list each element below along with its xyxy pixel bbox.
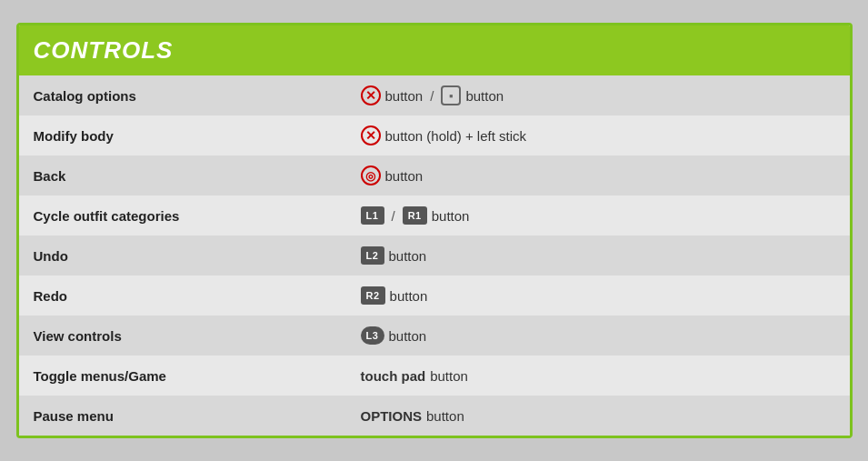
table-row: View controls L3 button xyxy=(19,316,850,356)
l3-badge: L3 xyxy=(361,326,384,345)
table-row: Cycle outfit categories L1 / R1 button xyxy=(19,195,850,236)
table-row: Back ◎ button xyxy=(19,155,850,195)
row-label: View controls xyxy=(34,328,361,344)
button-text: button xyxy=(430,368,468,384)
row-value: ◎ button xyxy=(361,165,835,185)
circle-button-icon: ◎ xyxy=(361,165,381,185)
button-text: button xyxy=(390,288,428,304)
r2-badge: R2 xyxy=(361,286,385,305)
controls-table: CONTROLS Catalog options ✕ button / ▪ bu… xyxy=(16,23,853,438)
l1-badge: L1 xyxy=(361,206,384,225)
button-text: button xyxy=(426,408,464,424)
row-value: L3 button xyxy=(361,326,835,345)
row-label: Pause menu xyxy=(34,408,361,424)
row-value: ✕ button / ▪ button xyxy=(361,85,835,105)
table-row: Pause menu OPTIONS button xyxy=(19,396,850,436)
row-label: Cycle outfit categories xyxy=(34,208,361,224)
row-value: L2 button xyxy=(361,246,835,265)
table-row: Toggle menus/Game touch pad button xyxy=(19,356,850,396)
table-row: Catalog options ✕ button / ▪ button xyxy=(19,75,850,115)
row-label: Back xyxy=(34,168,361,184)
r1-badge: R1 xyxy=(403,206,427,225)
row-value: ✕ button (hold) + left stick xyxy=(361,125,835,145)
controls-header: CONTROLS xyxy=(19,25,850,75)
x-button-icon: ✕ xyxy=(361,85,381,105)
button-text: button xyxy=(385,168,424,184)
touchpad-text: touch pad xyxy=(361,368,426,384)
table-row: Redo R2 button xyxy=(19,276,850,316)
button-text: button xyxy=(389,328,427,344)
row-value: L1 / R1 button xyxy=(361,206,835,225)
l2-badge: L2 xyxy=(361,246,384,265)
button-text: button xyxy=(385,88,424,104)
row-label: Redo xyxy=(34,288,361,304)
table-row: Undo L2 button xyxy=(19,236,850,276)
button-text: button xyxy=(432,208,470,224)
controls-title: CONTROLS xyxy=(34,36,835,65)
table-row: Modify body ✕ button (hold) + left stick xyxy=(19,115,850,155)
row-label: Catalog options xyxy=(34,88,361,104)
x-button-icon: ✕ xyxy=(361,125,381,145)
options-text: OPTIONS xyxy=(361,408,423,424)
button-text: button xyxy=(389,248,427,264)
separator: / xyxy=(430,88,434,104)
row-value: R2 button xyxy=(361,286,835,305)
row-label: Modify body xyxy=(34,128,361,144)
separator: / xyxy=(392,208,395,224)
row-value: OPTIONS button xyxy=(361,408,835,424)
button-text: button (hold) + left stick xyxy=(385,128,527,144)
row-value: touch pad button xyxy=(361,368,835,384)
square-button-icon: ▪ xyxy=(441,85,461,105)
button-text: button xyxy=(465,88,504,104)
row-label: Undo xyxy=(34,248,361,264)
row-label: Toggle menus/Game xyxy=(34,368,361,384)
